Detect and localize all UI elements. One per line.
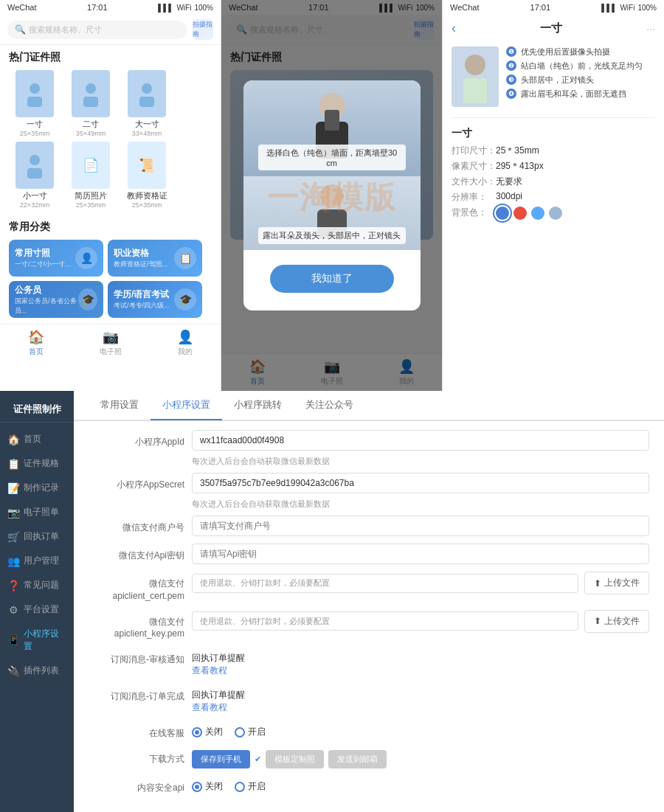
list-item[interactable]: 大一寸 33×48mm [121,70,173,137]
subscribe-audit-link[interactable]: 查看教程 [192,664,649,677]
form-control-wrap-subscribe-audit: 回执订单提醒 查看教程 [192,648,649,677]
phone1-time: 17:01 [87,3,108,12]
photo-thumb [72,70,110,117]
form-control-wrap-appid [192,430,649,451]
sidebar-item-miniapp[interactable]: 📱 小程序设置 [0,622,74,659]
list-item[interactable]: 公务员 国家公务员/各省公务员... 🎓 [9,281,103,318]
dl-btn-email[interactable]: 发送到邮箱 [328,750,387,768]
battery-icon: 100% [194,4,213,12]
list-item[interactable]: 📄 简历照片 25×35mm [65,142,117,209]
search-icon: 🔍 [15,24,26,35]
radio-dot-on[interactable] [235,727,245,738]
form-label-appid: 小程序AppId [89,430,184,448]
ephoto-icon: 📷 [7,507,19,518]
tip-num: ❷ [506,60,516,71]
radio-item-on2[interactable]: 开启 [235,780,266,793]
photo-thumb [15,70,54,117]
appsecret-input[interactable] [192,473,649,493]
tab-follow-account[interactable]: 关注公众号 [294,391,365,420]
radio-dot-off[interactable] [192,727,202,738]
cat-sub: 一寸/二寸/小一寸... [15,260,71,269]
color-dot-red[interactable] [513,207,527,220]
list-item[interactable]: 一寸 25×35mm [9,70,60,137]
color-dots [496,207,562,220]
modal-confirm-btn[interactable]: 我知道了 [270,265,394,293]
list-item[interactable]: 二寸 35×49mm [65,70,117,137]
tqc-icon: 📜 [139,157,155,173]
list-item[interactable]: 职业资格 教师资格证/驾照... 📋 [108,240,202,277]
nav-item-mine[interactable]: 👤 我的 [177,329,193,357]
list-item[interactable]: 学历/语言考试 考试/考专/四六级... 🎓 [108,281,202,318]
sidebar-item-users[interactable]: 👥 用户管理 [0,549,74,573]
spec-label: 文件大小： [452,176,496,188]
phone3-time: 17:01 [530,3,551,12]
photo-label: 教师资格证 [127,190,167,201]
subscribe-complete-link[interactable]: 查看教程 [192,701,649,714]
form-label-appsecret: 小程序AppSecret [89,473,184,491]
dl-btn-template[interactable]: 模板定制照 [266,750,324,768]
sidebar-item-label: 用户管理 [24,555,59,567]
sidebar-item-platform[interactable]: ⚙ 平台设置 [0,597,74,622]
svg-rect-5 [139,97,154,107]
svg-rect-10 [325,110,339,131]
form-row-subscribe-complete: 订阅消息-订单完成 回执订单提醒 查看教程 [89,684,649,714]
photo-size: 33×48mm [132,130,162,137]
list-item[interactable]: 📜 教师资格证 25×35mm [121,142,173,209]
sidebar-item-faq[interactable]: ❓ 常见问题 [0,573,74,597]
radio-item-off2[interactable]: 关闭 [192,780,223,793]
appid-input[interactable] [192,430,649,451]
sidebar-item-home[interactable]: 🏠 首页 [0,427,74,451]
tab-common-settings[interactable]: 常用设置 [89,391,151,420]
apikey-input[interactable] [192,544,649,564]
cat-title: 学历/语言考试 [114,288,170,301]
photo-size: 22×32mm [20,201,49,209]
phone1-category-grid: 常用寸照 一寸/二寸/小一寸... 👤 职业资格 教师资格证/驾照... 📋 公… [0,237,221,324]
merchant-input[interactable] [192,516,649,536]
sidebar-item-label: 平台设置 [24,603,59,616]
more-icon[interactable]: ··· [646,23,655,35]
color-dot-blue[interactable] [496,207,509,220]
color-dot-lightblue[interactable] [531,207,544,220]
cert-input[interactable] [192,574,578,593]
modal-btn-wrap: 我知道了 [243,250,421,310]
nav-item-ephoto[interactable]: 📷 电子照 [100,329,122,357]
sidebar-item-orders[interactable]: 🛒 回执订单 [0,524,74,549]
radio-dot-off2[interactable] [192,782,202,792]
list-item[interactable]: 常用寸照 一寸/二寸/小一寸... 👤 [9,240,103,277]
spec-value: 295＊413px [496,160,544,173]
nav-item-home[interactable]: 🏠 首页 [28,329,44,357]
modal-caption-bottom: 露出耳朵及颈头，头部居中，正对镜头 [258,227,406,244]
sidebar-item-plugins[interactable]: 🔌 插件列表 [0,659,74,683]
sidebar-item-records[interactable]: 📝 制作记录 [0,476,74,500]
sidebar-item-label: 证件规格 [24,457,59,470]
radio-item-off[interactable]: 关闭 [192,726,223,738]
back-icon[interactable]: ‹ [452,21,456,36]
phone3-carrier: WeChat [450,3,480,12]
sidebar-item-specs[interactable]: 📋 证件规格 [0,451,74,476]
phone3-status: WeChat 17:01 ▌▌▌ WiFi 100% [443,0,664,15]
sidebar-item-label: 插件列表 [24,664,59,677]
dl-btn-save[interactable]: 保存到手机 [192,750,250,768]
home-icon: 🏠 [28,329,44,345]
svg-point-11 [320,184,344,208]
modal-caption-top: 选择白色（纯色）墙面，距离墙壁30 cm [258,145,406,170]
list-item[interactable]: 小一寸 22×32mm [9,142,60,209]
photo-size: 25×35mm [76,201,106,209]
radio-item-on[interactable]: 开启 [235,726,266,738]
tab-miniapp-jump[interactable]: 小程序跳转 [222,391,294,420]
phone1-guide-btn[interactable]: 拍摄指南 [193,19,213,40]
photo-thumb: 📜 [128,142,166,189]
tab-miniapp-settings[interactable]: 小程序设置 [151,391,222,420]
radio-dot-on2[interactable] [235,782,245,792]
phone3-header: ‹ 一寸 ··· [443,15,664,42]
sidebar-item-ephoto[interactable]: 📷 电子照单 [0,500,74,524]
color-dot-gray[interactable] [549,207,562,220]
tip-text: 站白墙（纯色）前，光线充足均匀 [521,60,643,72]
radio-label-off: 关闭 [205,726,223,738]
cert-upload-btn[interactable]: ⬆ 上传文件 [584,572,649,594]
key-upload-btn[interactable]: ⬆ 上传文件 [584,610,649,633]
phone3-top: ❶ 优先使用后置摄像头拍摄 ❷ 站白墙（纯色）前，光线充足均匀 ❸ 头部居中，正… [443,42,664,111]
radio-label-on: 开启 [248,726,266,738]
phone1-search[interactable]: 🔍 搜索规格名称、尺寸 [7,21,187,39]
key-input[interactable] [192,611,578,631]
